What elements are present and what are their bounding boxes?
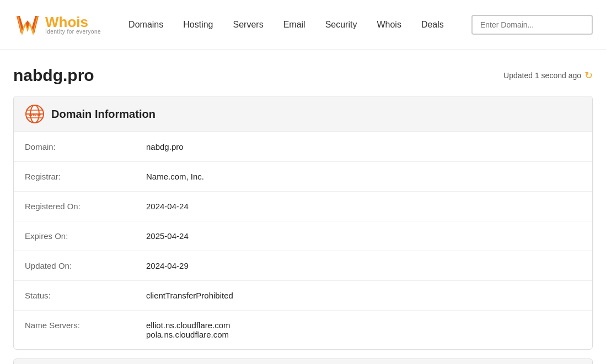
row-label: Name Servers:	[14, 311, 135, 350]
updated-wrap: Updated 1 second ago ↻	[503, 69, 593, 82]
row-label: Expires On:	[14, 221, 135, 251]
logo-tagline: Identity for everyone	[45, 29, 101, 35]
navbar: Whois Identity for everyone Domains Host…	[0, 0, 606, 50]
nav-deals[interactable]: Deals	[411, 15, 454, 34]
row-value: 2024-04-29	[135, 251, 592, 281]
main-content: nabdg.pro Updated 1 second ago ↻ WWW Dom…	[0, 50, 606, 364]
domain-info-card: WWW Domain Information Domain:nabdg.proR…	[13, 96, 593, 350]
search-wrap	[471, 15, 593, 35]
row-label: Status:	[14, 281, 135, 311]
nav-email[interactable]: Email	[273, 15, 315, 34]
table-row: Name Servers:elliot.ns.cloudflare.compol…	[14, 311, 592, 350]
domain-info-table: Domain:nabdg.proRegistrar:Name.com, Inc.…	[14, 132, 592, 349]
page-header: nabdg.pro Updated 1 second ago ↻	[13, 66, 593, 85]
secondary-card	[13, 358, 593, 364]
nav-security[interactable]: Security	[315, 15, 367, 34]
refresh-icon[interactable]: ↻	[584, 69, 593, 82]
nav-servers[interactable]: Servers	[223, 15, 273, 34]
table-row: Registered On:2024-04-24	[14, 192, 592, 221]
table-row: Domain:nabdg.pro	[14, 132, 592, 162]
nav-links: Domains Hosting Servers Email Security W…	[119, 15, 471, 34]
row-label: Registrar:	[14, 162, 135, 192]
search-input[interactable]	[471, 15, 593, 35]
row-value: nabdg.pro	[135, 132, 592, 162]
row-value: clientTransferProhibited	[135, 281, 592, 311]
updated-text: Updated 1 second ago	[503, 71, 581, 80]
svg-text:WWW: WWW	[29, 112, 41, 117]
logo-link[interactable]: Whois Identity for everyone	[13, 10, 101, 39]
row-value: elliot.ns.cloudflare.compola.ns.cloudfla…	[135, 311, 592, 350]
table-row: Registrar:Name.com, Inc.	[14, 162, 592, 192]
table-row: Expires On:2025-04-24	[14, 221, 592, 251]
logo-text: Whois	[45, 15, 101, 29]
row-value: 2024-04-24	[135, 192, 592, 221]
row-label: Registered On:	[14, 192, 135, 221]
nav-whois[interactable]: Whois	[367, 15, 411, 34]
row-label: Domain:	[14, 132, 135, 162]
row-label: Updated On:	[14, 251, 135, 281]
globe-icon: WWW	[25, 104, 45, 124]
domain-info-title: Domain Information	[51, 108, 155, 121]
table-row: Status:clientTransferProhibited	[14, 281, 592, 311]
card-header: WWW Domain Information	[14, 96, 592, 132]
row-value: 2025-04-24	[135, 221, 592, 251]
logo-icon	[13, 10, 42, 39]
domain-title: nabdg.pro	[13, 66, 94, 85]
table-row: Updated On:2024-04-29	[14, 251, 592, 281]
nav-domains[interactable]: Domains	[119, 15, 173, 34]
nav-hosting[interactable]: Hosting	[173, 15, 223, 34]
row-value: Name.com, Inc.	[135, 162, 592, 192]
